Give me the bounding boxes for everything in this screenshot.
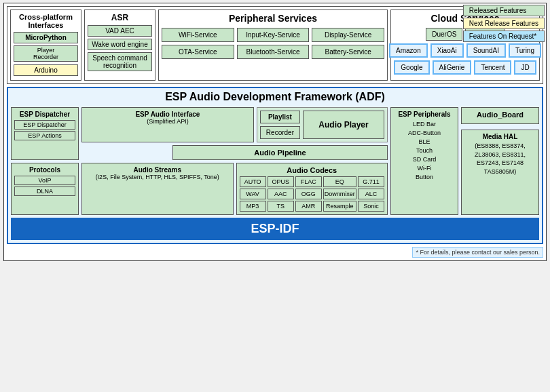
asr-title: ASR <box>88 13 152 22</box>
protocols-title: Protocols <box>14 166 75 174</box>
codec-ogg: OGG <box>295 189 322 199</box>
codecs-grid: AUTO OPUS FLAC EQ G.711 WAV AAC OGG Down… <box>240 176 385 212</box>
periph-wifi: Wi-Fi <box>394 164 455 172</box>
legend-request: Features On Request* <box>463 31 545 42</box>
dispatcher-item2: ESP Actions <box>14 131 75 140</box>
cloud-row2: Amazon XiaoAi SoundAI Turing <box>394 43 536 58</box>
esp-peripherals-title: ESP Peripherals <box>394 111 455 118</box>
dlna-item: DLNA <box>14 187 75 196</box>
codec-sonic: Sonic <box>358 201 384 212</box>
audio-streams-title: Audio Streams <box>85 166 230 174</box>
peripheral-title: Peripheral Services <box>162 13 384 24</box>
codecs-title: Audio Codecs <box>240 166 385 174</box>
periph-ble: BLE <box>394 138 455 146</box>
codec-resample: Resample <box>323 201 356 212</box>
espidf-bar: ESP-IDF <box>11 218 539 240</box>
tencent-item: Tencent <box>474 60 511 75</box>
cloud-row3: Google AliGenie Tencent JD <box>394 60 536 75</box>
legend-released: Released Features <box>463 5 545 16</box>
pipeline-box: Audio Pipeline <box>172 145 388 160</box>
dispatcher-box: ESP Dispatcher ESP Dispatcher ESP Action… <box>11 107 79 160</box>
periph-sd: SD Card <box>394 155 455 163</box>
audio-player-box: Audio Player <box>303 111 384 139</box>
codec-amr: AMR <box>295 201 322 212</box>
micropython-box: MicroPython <box>14 32 78 43</box>
protocols-box: Protocols VoIP DLNA <box>11 163 79 216</box>
xiaoai-item: XiaoAi <box>430 43 464 58</box>
jd-item: JD <box>514 60 536 75</box>
input-item: Input-Key-Service <box>237 28 310 42</box>
audio-interface-sub: (Simplified API) <box>85 118 251 125</box>
google-item: Google <box>394 60 429 75</box>
audio-interface-title: ESP Audio Interface <box>85 111 251 118</box>
soundai-item: SoundAI <box>466 43 506 58</box>
periph-adc: ADC-Button <box>394 129 455 137</box>
recorder-box: Recorder <box>260 126 300 139</box>
voip-item: VoIP <box>14 176 75 185</box>
amazon-item: Amazon <box>389 43 428 58</box>
wifi-item: WiFi-Service <box>162 28 234 42</box>
dispatcher-item1: ESP Dispatcher <box>14 120 75 130</box>
audio-streams-sub: (I2S, File System, HTTP, HLS, SPIFFS, To… <box>85 174 230 180</box>
player-label: Player <box>17 47 75 54</box>
wake-item: Wake word engine <box>88 39 152 50</box>
mediahal-box: Media HAL (ES8388, ES8374, ZL38063, ES83… <box>461 130 539 215</box>
codec-downmixer: Downmixer <box>323 189 356 199</box>
legend: Released Features Next Release Features … <box>463 5 545 42</box>
peripheral-box: Peripheral Services WiFi-Service Input-K… <box>158 9 388 81</box>
dispatcher-title: ESP Dispatcher <box>14 111 75 118</box>
battery-item: Battery-Service <box>312 45 384 59</box>
cross-platform-box: Cross-platform Interfaces MicroPython Pl… <box>10 9 81 81</box>
display-item: Display-Service <box>312 28 384 42</box>
audio-streams-box: Audio Streams (I2S, File System, HTTP, H… <box>81 163 234 215</box>
dueros-item: DuerOS <box>426 28 462 41</box>
footer-note: * For details, please contact our sales … <box>412 247 543 258</box>
legend-next: Next Release Features <box>463 18 545 29</box>
codec-alc: ALC <box>358 189 384 199</box>
codec-eq: EQ <box>323 176 356 187</box>
ota-item: OTA-Service <box>162 45 234 59</box>
codec-wav: WAV <box>240 189 266 199</box>
peripheral-grid: WiFi-Service Input-Key-Service Display-S… <box>162 28 384 59</box>
audio-interface-box: ESP Audio Interface (Simplified API) <box>81 107 254 142</box>
codecs-box: Audio Codecs AUTO OPUS FLAC EQ G.711 WAV… <box>236 163 388 215</box>
periph-led: LED Bar <box>394 120 455 128</box>
bluetooth-item: Bluetooth-Service <box>237 45 310 59</box>
codec-opus: OPUS <box>268 176 294 187</box>
periph-button: Button <box>394 173 455 181</box>
codec-ts: TS <box>268 201 294 212</box>
arduino-box: Arduino <box>14 64 78 76</box>
codec-auto: AUTO <box>240 176 266 187</box>
codec-flac: FLAC <box>295 176 322 187</box>
adf-section: ESP Audio Development Framework (ADF) ES… <box>7 87 543 244</box>
codec-mp3: MP3 <box>240 201 266 212</box>
recorder-label: Recorder <box>17 54 75 60</box>
asr-box: ASR VAD AEC Wake word engine Speech comm… <box>84 9 155 81</box>
audioboard-title: Audio_Board <box>464 111 536 119</box>
vad-item: VAD AEC <box>88 25 152 37</box>
mediahal-content: (ES8388, ES8374, ZL38063, ES8311, ES7243… <box>464 142 536 176</box>
playlist-box: Playlist <box>260 111 300 123</box>
player-recorder-box: Player Recorder <box>14 45 78 62</box>
codec-aac: AAC <box>268 189 294 199</box>
cross-platform-title: Cross-platform Interfaces <box>14 13 78 29</box>
mediahal-title: Media HAL <box>464 133 536 140</box>
speech-item: Speech command recognition <box>88 52 152 71</box>
audioboard-box: Audio_Board <box>461 107 539 124</box>
periph-touch: Touch <box>394 146 455 155</box>
codec-g711: G.711 <box>358 176 384 187</box>
aligenie-item: AliGenie <box>433 60 472 75</box>
esp-peripherals-box: ESP Peripherals LED Bar ADC-Button BLE T… <box>390 107 458 215</box>
adf-title: ESP Audio Development Framework (ADF) <box>11 91 539 103</box>
main-container: Released Features Next Release Features … <box>3 3 547 261</box>
turing-item: Turing <box>509 43 541 58</box>
